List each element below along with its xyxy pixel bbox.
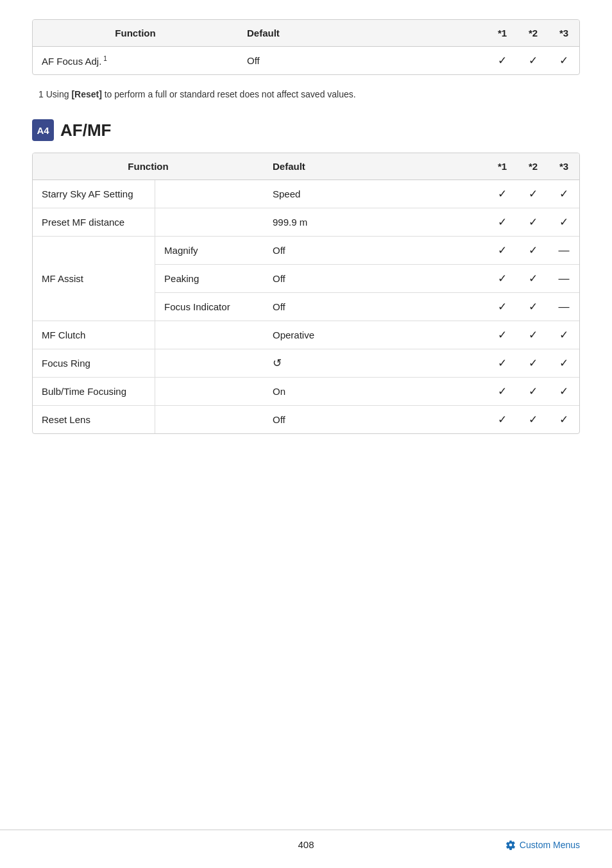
afmf-table: Function Default *1 *2 *3 Starry Sky AF … xyxy=(32,153,580,434)
sub-function-cell: Magnify xyxy=(155,237,264,265)
star2-cell: ✓ xyxy=(518,180,548,208)
footnote-bold: [Reset] xyxy=(71,89,101,99)
table-row: MF AssistMagnifyOff✓✓— xyxy=(33,237,579,265)
star1-cell: ✓ xyxy=(487,265,518,293)
star1-cell: ✓ xyxy=(487,208,518,237)
star2-cell: ✓ xyxy=(518,47,548,75)
function-cell: AF Focus Adj. 1 xyxy=(33,47,238,75)
top-table-function-header: Function xyxy=(33,20,238,47)
section-icon: A4 xyxy=(32,119,54,141)
default-cell: 999.9 m xyxy=(264,208,487,237)
table-row: Bulb/Time FocusingOn✓✓✓ xyxy=(33,378,579,406)
afmf-star2-header: *2 xyxy=(518,153,548,180)
main-function-cell: Preset MF distance xyxy=(33,208,155,237)
star1-cell: ✓ xyxy=(487,293,518,321)
sub-function-cell xyxy=(155,349,264,378)
star3-cell: ✓ xyxy=(548,180,579,208)
table-row: MF ClutchOperative✓✓✓ xyxy=(33,321,579,349)
star1-cell: ✓ xyxy=(487,180,518,208)
sub-function-cell xyxy=(155,406,264,434)
star1-cell: ✓ xyxy=(487,406,518,434)
default-cell: Speed xyxy=(264,180,487,208)
star1-cell: ✓ xyxy=(487,349,518,378)
main-function-cell: Bulb/Time Focusing xyxy=(33,378,155,406)
default-cell: Off xyxy=(238,47,487,75)
main-function-cell: Focus Ring xyxy=(33,349,155,378)
sub-function-cell: Focus Indicator xyxy=(155,293,264,321)
afmf-star3-header: *3 xyxy=(548,153,579,180)
section-title: AF/MF xyxy=(60,121,111,140)
top-table-star1-header: *1 xyxy=(487,20,518,47)
sub-function-cell xyxy=(155,208,264,237)
top-table-default-header: Default xyxy=(238,20,487,47)
star2-cell: ✓ xyxy=(518,321,548,349)
footnote-number: 1 xyxy=(38,89,44,99)
default-cell: Off xyxy=(264,293,487,321)
star3-cell: — xyxy=(548,237,579,265)
main-function-cell: MF Clutch xyxy=(33,321,155,349)
star1-cell: ✓ xyxy=(487,47,518,75)
star3-cell: — xyxy=(548,293,579,321)
main-function-cell: Reset Lens xyxy=(33,406,155,434)
sub-function-cell xyxy=(155,321,264,349)
main-function-cell: MF Assist xyxy=(33,237,155,321)
star3-cell: ✓ xyxy=(548,349,579,378)
star1-cell: ✓ xyxy=(487,237,518,265)
afmf-star1-header: *1 xyxy=(487,153,518,180)
afmf-default-header: Default xyxy=(264,153,487,180)
star3-cell: ✓ xyxy=(548,406,579,434)
section-heading: A4 AF/MF xyxy=(32,119,580,141)
table-row: Starry Sky AF SettingSpeed✓✓✓ xyxy=(33,180,579,208)
focus-ring-symbol: ↺ xyxy=(273,357,282,369)
default-cell: Off xyxy=(264,237,487,265)
default-cell: On xyxy=(264,378,487,406)
top-table: Function Default *1 *2 *3 AF Focus Adj. … xyxy=(32,19,580,75)
star2-cell: ✓ xyxy=(518,208,548,237)
sub-function-cell xyxy=(155,180,264,208)
page-number: 408 xyxy=(215,839,398,850)
footnote-text2: to perform a full or standard reset does… xyxy=(102,89,356,99)
gear-icon xyxy=(506,840,516,850)
star3-cell: — xyxy=(548,265,579,293)
page-footer: 408 Custom Menus xyxy=(0,830,612,850)
table-row: Preset MF distance999.9 m✓✓✓ xyxy=(33,208,579,237)
star2-cell: ✓ xyxy=(518,406,548,434)
table-row: AF Focus Adj. 1Off✓✓✓ xyxy=(33,47,579,75)
default-cell: Operative xyxy=(264,321,487,349)
default-cell: Off xyxy=(264,406,487,434)
table-row: Reset LensOff✓✓✓ xyxy=(33,406,579,434)
footnote-text: Using xyxy=(46,89,72,99)
star3-cell: ✓ xyxy=(548,378,579,406)
top-table-star3-header: *3 xyxy=(548,20,579,47)
default-cell: Off xyxy=(264,265,487,293)
default-cell: ↺ xyxy=(264,349,487,378)
star3-cell: ✓ xyxy=(548,208,579,237)
star2-cell: ✓ xyxy=(518,265,548,293)
star2-cell: ✓ xyxy=(518,237,548,265)
custom-menus-link[interactable]: Custom Menus xyxy=(506,840,580,850)
main-function-cell: Starry Sky AF Setting xyxy=(33,180,155,208)
table-row: Focus Ring↺✓✓✓ xyxy=(33,349,579,378)
star2-cell: ✓ xyxy=(518,349,548,378)
top-table-star2-header: *2 xyxy=(518,20,548,47)
star3-cell: ✓ xyxy=(548,321,579,349)
custom-menus-label: Custom Menus xyxy=(520,840,580,850)
footnote: 1 Using [Reset] to perform a full or sta… xyxy=(38,88,580,101)
sub-function-cell: Peaking xyxy=(155,265,264,293)
star2-cell: ✓ xyxy=(518,293,548,321)
star2-cell: ✓ xyxy=(518,378,548,406)
star1-cell: ✓ xyxy=(487,378,518,406)
sub-function-cell xyxy=(155,378,264,406)
star1-cell: ✓ xyxy=(487,321,518,349)
afmf-function-header: Function xyxy=(33,153,264,180)
star3-cell: ✓ xyxy=(548,47,579,75)
